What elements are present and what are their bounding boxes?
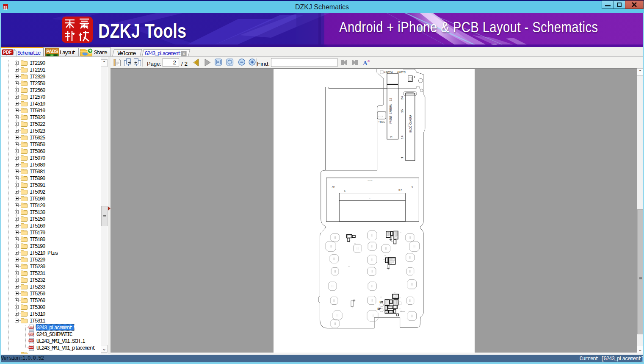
svg-text:BACK CAMERA: BACK CAMERA	[409, 115, 412, 133]
svg-text:IT5310: IT5310	[30, 311, 45, 317]
svg-text:IT5233: IT5233	[30, 284, 45, 290]
svg-text:IT2560: IT2560	[30, 88, 45, 94]
svg-text:IT5130: IT5130	[30, 210, 45, 216]
svg-text:1: 1	[411, 185, 413, 189]
svg-text:IT5120: IT5120	[30, 203, 45, 209]
svg-text:+REC: +REC	[378, 120, 385, 124]
svg-text:IT5020: IT5020	[30, 115, 45, 121]
svg-text:IT5080: IT5080	[30, 162, 45, 168]
svg-text:IT5060: IT5060	[30, 149, 45, 155]
svg-text:IT2570: IT2570	[30, 94, 45, 100]
svg-text:15: 15	[401, 109, 404, 113]
svg-text:G243_SCHEMATIC: G243_SCHEMATIC	[36, 332, 72, 338]
svg-text:FRONT CAMERA: FRONT CAMERA	[390, 104, 392, 124]
svg-text:37: 37	[398, 189, 402, 192]
svg-text:IT5210 Plus: IT5210 Plus	[30, 250, 58, 256]
svg-text:IT2191: IT2191	[30, 67, 45, 73]
svg-text:IT5230: IT5230	[30, 264, 45, 270]
svg-text:UL243_MMI_V01_placement: UL243_MMI_V01_placement	[36, 345, 95, 351]
svg-text:G243_pLacement: G243_pLacement	[36, 325, 72, 331]
svg-text:BOTTOM: BOTTOM	[368, 180, 373, 181]
svg-text:a: a	[368, 58, 370, 63]
svg-text:X1: X1	[369, 198, 370, 200]
svg-text:PDF: PDF	[3, 50, 12, 55]
svg-text:IT5231: IT5231	[30, 271, 45, 277]
svg-text:37: 37	[332, 185, 335, 189]
svg-text:IT5070: IT5070	[30, 156, 45, 161]
svg-text:A: A	[363, 60, 368, 67]
svg-text:+MOT4: +MOT4	[384, 71, 393, 74]
svg-text:IT5081: IT5081	[30, 169, 45, 175]
svg-text:+MOT3: +MOT3	[397, 71, 406, 74]
svg-text:24: 24	[401, 96, 404, 100]
svg-text:IT2190: IT2190	[30, 61, 45, 67]
svg-text:IT5300: IT5300	[30, 305, 45, 311]
svg-text:14: 14	[401, 136, 404, 139]
svg-text:1: 1	[390, 136, 393, 138]
svg-text:IT2320: IT2320	[30, 74, 45, 80]
svg-text:22: 22	[389, 97, 392, 101]
svg-text:IT4510: IT4510	[30, 101, 45, 107]
svg-text:IT5023: IT5023	[30, 128, 45, 134]
svg-text:IT2550: IT2550	[30, 81, 45, 87]
svg-text:IT5010: IT5010	[30, 108, 45, 114]
svg-text:A2345: A2345	[408, 123, 409, 127]
svg-text:IT5250: IT5250	[30, 291, 45, 297]
svg-text:IT5092: IT5092	[30, 189, 45, 195]
svg-text:IT5025: IT5025	[30, 135, 45, 141]
svg-text:1: 1	[344, 189, 346, 193]
svg-text:IT5190: IT5190	[30, 244, 45, 250]
svg-text:IT5232: IT5232	[30, 278, 45, 283]
svg-text:IT5150: IT5150	[30, 217, 45, 222]
svg-text:IT5180: IT5180	[30, 237, 45, 243]
svg-text:IT5022: IT5022	[30, 122, 45, 128]
svg-text:IT5160: IT5160	[30, 223, 45, 229]
svg-text:1: 1	[401, 157, 404, 158]
svg-text:PADS: PADS	[46, 49, 58, 54]
svg-text:IT5050: IT5050	[30, 142, 45, 148]
svg-text:IT5090: IT5090	[30, 176, 45, 182]
svg-text:UL243_MMI_V01.SCH.1: UL243_MMI_V01.SCH.1	[36, 339, 85, 345]
svg-text:IT5100: IT5100	[30, 196, 45, 202]
svg-text:IT5220: IT5220	[30, 257, 45, 263]
svg-text:IT5260: IT5260	[30, 298, 45, 304]
svg-text:IT5170: IT5170	[30, 230, 45, 236]
svg-text:IT5311: IT5311	[30, 318, 45, 324]
svg-text:IT5091: IT5091	[30, 183, 45, 189]
